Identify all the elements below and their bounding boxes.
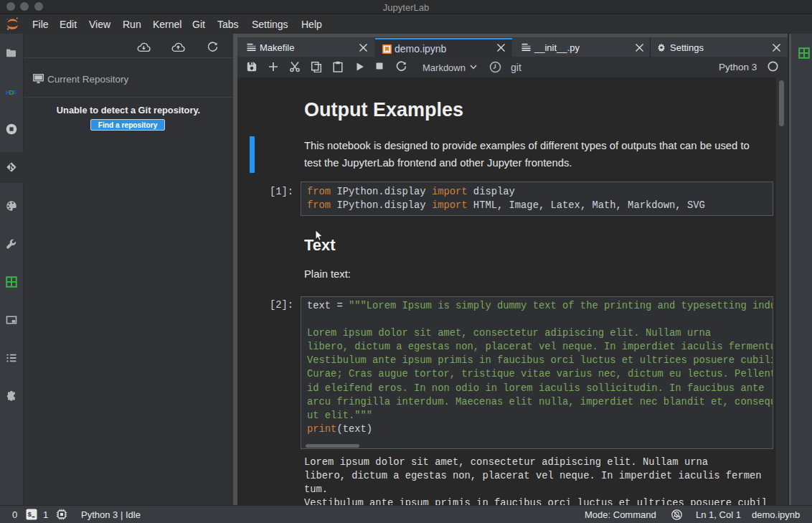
- svg-text:$: $: [28, 512, 32, 519]
- svg-text:F: F: [13, 89, 17, 96]
